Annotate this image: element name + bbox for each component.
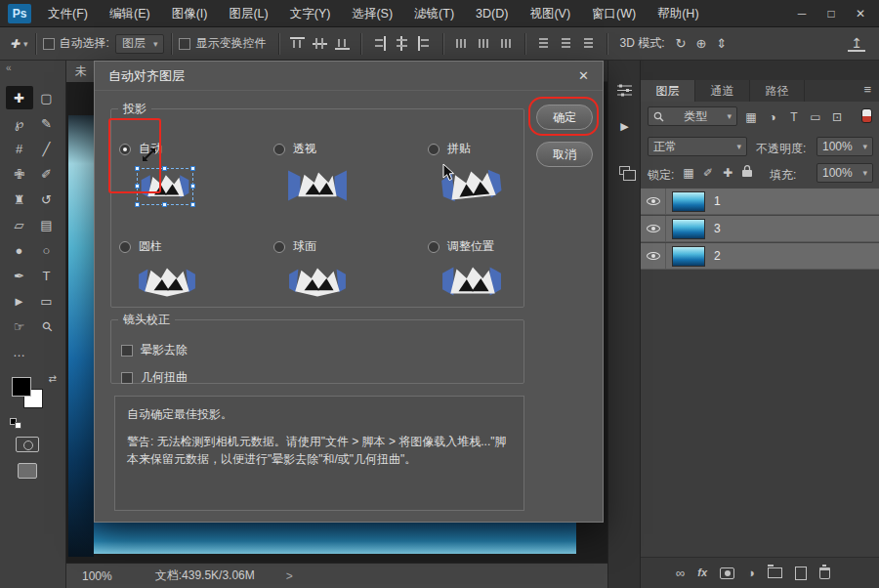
distribute-top-icon[interactable] bbox=[454, 37, 469, 50]
show-transform-checkbox[interactable] bbox=[179, 38, 190, 50]
layer-thumbnail[interactable] bbox=[672, 219, 705, 239]
layers-empty-area[interactable] bbox=[641, 270, 879, 557]
3d-zoom-icon[interactable]: ⇕ bbox=[716, 36, 727, 51]
actions-panel-icon[interactable]: ▶ bbox=[614, 116, 635, 137]
cancel-button[interactable]: 取消 bbox=[536, 142, 593, 167]
visibility-toggle[interactable] bbox=[641, 243, 666, 269]
pen-tool[interactable]: ✒ bbox=[6, 264, 33, 287]
close-window-button[interactable]: ✕ bbox=[846, 0, 875, 27]
projection-option-cylindrical[interactable]: 圆柱 bbox=[119, 238, 162, 255]
layer-name[interactable]: 3 bbox=[714, 222, 721, 235]
filter-toggle-switch[interactable] bbox=[861, 108, 872, 123]
visibility-toggle[interactable] bbox=[641, 216, 666, 241]
radio-reposition[interactable] bbox=[428, 241, 440, 253]
align-right-edges-icon[interactable] bbox=[418, 36, 431, 51]
align-vertical-centers-icon[interactable] bbox=[313, 37, 327, 50]
layer-name[interactable]: 1 bbox=[714, 194, 721, 208]
lock-position-icon[interactable]: ✚ bbox=[719, 166, 736, 180]
projection-option-spherical[interactable]: 球面 bbox=[273, 238, 316, 255]
tab-paths[interactable]: 路径 bbox=[750, 80, 805, 102]
menu-select[interactable]: 选择(S) bbox=[341, 0, 403, 27]
layer-thumbnail[interactable] bbox=[672, 246, 705, 267]
3d-rotate-icon[interactable]: ↻ bbox=[675, 36, 686, 51]
layer-row[interactable]: 1 bbox=[641, 189, 879, 215]
distribute-bottom-icon[interactable] bbox=[499, 37, 514, 50]
3d-pan-icon[interactable]: ⊕ bbox=[695, 36, 706, 51]
layer-style-icon[interactable]: fx bbox=[697, 567, 707, 578]
align-bottom-edges-icon[interactable] bbox=[335, 37, 350, 50]
foreground-color-swatch[interactable] bbox=[12, 377, 31, 397]
new-group-icon[interactable] bbox=[768, 567, 782, 578]
menu-file[interactable]: 文件(F) bbox=[37, 0, 99, 27]
menu-type[interactable]: 文字(Y) bbox=[279, 0, 342, 27]
menu-help[interactable]: 帮助(H) bbox=[647, 0, 709, 27]
default-colors-icon[interactable] bbox=[10, 418, 23, 430]
projection-option-perspective[interactable]: 透视 bbox=[273, 141, 316, 157]
menu-3d[interactable]: 3D(D) bbox=[465, 0, 519, 27]
history-brush-tool[interactable]: ↺ bbox=[33, 188, 61, 211]
menu-layer[interactable]: 图层(L) bbox=[218, 0, 278, 27]
menu-view[interactable]: 视图(V) bbox=[519, 0, 581, 27]
screen-mode-icon[interactable] bbox=[18, 463, 37, 479]
adjustment-layer-icon[interactable]: ◑ bbox=[747, 567, 755, 579]
move-tool[interactable]: ✚ bbox=[6, 86, 33, 109]
gradient-tool[interactable]: ▤ bbox=[33, 213, 61, 236]
layer-row[interactable]: 2 bbox=[641, 243, 879, 270]
clone-source-panel-icon[interactable] bbox=[614, 160, 635, 181]
menu-window[interactable]: 窗口(W) bbox=[581, 0, 647, 27]
filter-kind-dropdown[interactable]: 类型 ▾ bbox=[648, 106, 737, 126]
path-selection-tool[interactable]: ► bbox=[6, 289, 33, 313]
close-icon[interactable]: ✕ bbox=[578, 68, 589, 83]
current-tool-icon[interactable]: ✚ ▾ bbox=[10, 37, 28, 51]
collapse-toolbar-icon[interactable]: « bbox=[0, 61, 65, 76]
quick-mask-icon[interactable] bbox=[16, 437, 39, 452]
tab-channels[interactable]: 通道 bbox=[695, 80, 750, 102]
new-layer-icon[interactable] bbox=[795, 567, 807, 580]
layer-name[interactable]: 2 bbox=[714, 249, 721, 263]
distribute-right-icon[interactable] bbox=[582, 36, 595, 51]
link-layers-icon[interactable]: ∞ bbox=[676, 567, 685, 579]
distribute-hcenter-icon[interactable] bbox=[560, 36, 572, 51]
geometric-distortion-checkbox[interactable] bbox=[121, 372, 133, 384]
lock-image-icon[interactable]: ✐ bbox=[699, 166, 717, 180]
visibility-toggle[interactable] bbox=[641, 189, 666, 214]
crop-tool[interactable]: # bbox=[6, 137, 33, 160]
menu-image[interactable]: 图像(I) bbox=[161, 0, 219, 27]
radio-collage[interactable] bbox=[428, 144, 440, 155]
menu-filter[interactable]: 滤镜(T) bbox=[403, 0, 465, 27]
edit-toolbar-icon[interactable]: … bbox=[6, 340, 33, 363]
adjustments-panel-icon[interactable] bbox=[614, 80, 635, 101]
panel-menu-icon[interactable]: ≡ bbox=[863, 82, 871, 97]
blur-tool[interactable]: ● bbox=[6, 238, 33, 262]
align-left-edges-icon[interactable] bbox=[373, 36, 386, 51]
tab-layers[interactable]: 图层 bbox=[641, 80, 695, 102]
projection-option-collage[interactable]: 拼贴 bbox=[428, 141, 471, 157]
eyedropper-tool[interactable]: ╱ bbox=[33, 137, 61, 160]
vignette-removal-option[interactable]: 晕影去除 bbox=[121, 342, 188, 358]
brush-tool[interactable]: ✐ bbox=[33, 162, 61, 186]
layer-row[interactable]: 3 bbox=[641, 216, 879, 242]
zoom-tool[interactable]: ⚲ bbox=[28, 309, 64, 345]
type-tool[interactable]: T bbox=[33, 264, 61, 287]
adjustment-filter-icon[interactable]: ◑ bbox=[764, 110, 781, 124]
shape-filter-icon[interactable]: ▭ bbox=[807, 110, 824, 124]
opacity-dropdown[interactable]: 100% ▾ bbox=[816, 137, 873, 156]
type-filter-icon[interactable]: T bbox=[785, 110, 803, 124]
lock-all-icon[interactable] bbox=[738, 165, 756, 180]
dialog-title-bar[interactable]: 自动对齐图层 ✕ bbox=[95, 62, 603, 91]
delete-layer-icon[interactable] bbox=[819, 567, 830, 579]
lasso-tool[interactable]: ℘ bbox=[6, 111, 33, 135]
align-horizontal-centers-icon[interactable] bbox=[396, 36, 408, 51]
minimize-button[interactable]: ─ bbox=[787, 0, 816, 27]
document-image-left-sliver[interactable] bbox=[68, 115, 94, 557]
radio-cylindrical[interactable] bbox=[119, 241, 131, 253]
document-image-bottom-sliver[interactable] bbox=[94, 522, 576, 554]
pixel-filter-icon[interactable]: ▦ bbox=[742, 110, 760, 124]
distribute-vcenter-icon[interactable] bbox=[477, 37, 491, 50]
menu-edit[interactable]: 编辑(E) bbox=[99, 0, 161, 27]
auto-select-target-dropdown[interactable]: 图层 ▾ bbox=[115, 34, 165, 54]
maximize-button[interactable]: □ bbox=[816, 0, 846, 27]
eraser-tool[interactable]: ▱ bbox=[6, 213, 33, 236]
status-chevron-icon[interactable]: > bbox=[286, 569, 293, 583]
swap-colors-icon[interactable]: ⇄ bbox=[49, 373, 57, 384]
